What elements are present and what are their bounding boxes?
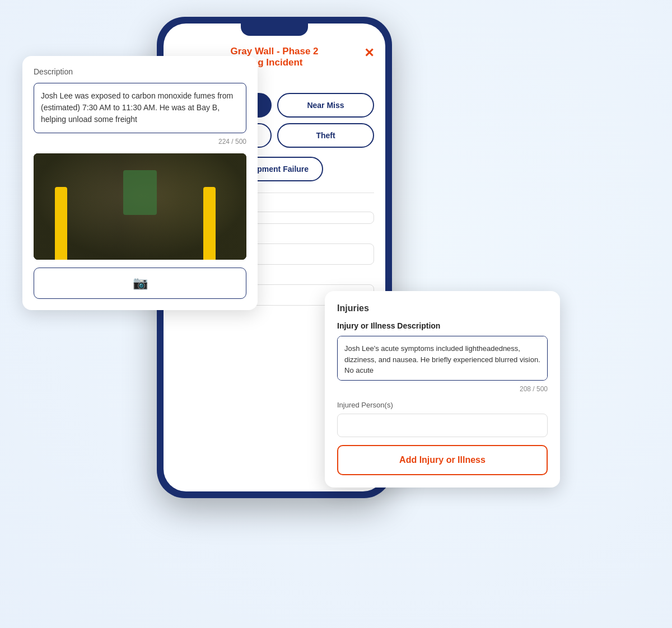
description-section-label: Description [34, 67, 246, 76]
yellow-pillar-right [203, 187, 216, 260]
app-title: Gray Wall - Phase 2 [175, 46, 374, 57]
close-button[interactable]: ✕ [364, 46, 374, 60]
description-char-count: 224 / 500 [34, 138, 246, 146]
injuries-card: Injuries Injury or Illness Description 2… [325, 291, 560, 488]
forklift [123, 170, 157, 215]
injured-persons-field[interactable] [337, 414, 548, 437]
camera-button[interactable]: 📷 [34, 268, 246, 299]
camera-icon: 📷 [133, 276, 148, 290]
injury-char-count: 208 / 500 [337, 385, 548, 393]
yellow-pillar-left [55, 187, 67, 260]
type-theft-button[interactable]: Theft [277, 123, 374, 148]
type-near-miss-button[interactable]: Near Miss [277, 93, 374, 118]
injury-description-label: Injury or Illness Description [337, 321, 548, 330]
warehouse-photo [34, 153, 246, 260]
description-card: Description 224 / 500 📷 [22, 56, 258, 310]
injury-description-textarea[interactable] [337, 336, 548, 381]
scene: Gray Wall - Phase 2 Log Incident ✕ Repor… [0, 0, 672, 628]
description-textarea[interactable] [34, 83, 246, 133]
injuries-card-title: Injuries [337, 303, 548, 313]
phone-notch [241, 24, 308, 36]
warehouse-background [34, 153, 246, 260]
injured-persons-label: Injured Person(s) [337, 401, 548, 409]
add-injury-button[interactable]: Add Injury or Illness [337, 445, 548, 475]
